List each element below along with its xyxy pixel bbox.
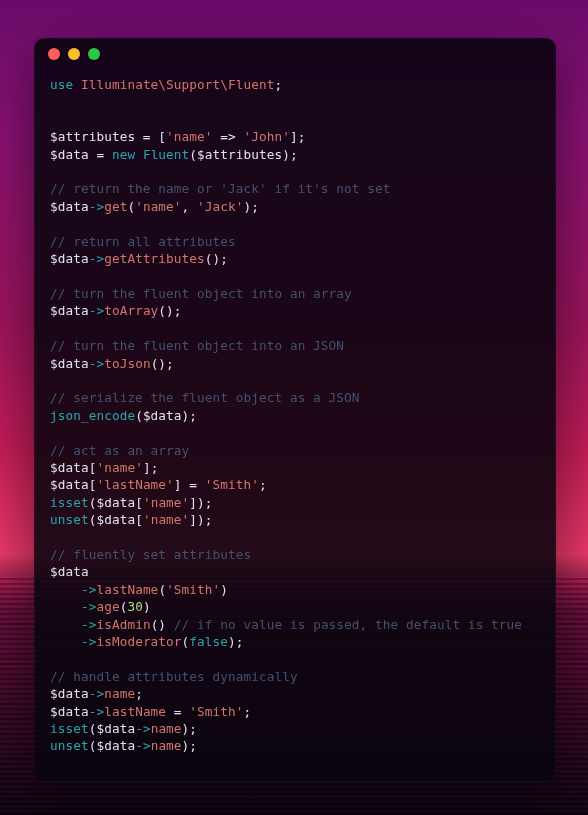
comment: // fluently set attributes: [50, 547, 251, 562]
code-window: use Illuminate\Support\Fluent; $attribut…: [34, 38, 556, 782]
namespace: Illuminate\Support\Fluent: [81, 77, 274, 92]
comment: // return the name or 'Jack' if it's not…: [50, 181, 391, 196]
minimize-icon[interactable]: [68, 48, 80, 60]
var-data: $data: [50, 147, 89, 162]
keyword-use: use: [50, 77, 73, 92]
var-attributes: $attributes: [50, 129, 135, 144]
window-titlebar: [34, 38, 556, 70]
comment: // serialize the fluent object as a JSON: [50, 390, 360, 405]
comment: // handle attributes dynamically: [50, 669, 298, 684]
code-block: use Illuminate\Support\Fluent; $attribut…: [34, 70, 556, 771]
close-icon[interactable]: [48, 48, 60, 60]
comment: // turn the fluent object into an array: [50, 286, 352, 301]
comment: // act as an array: [50, 443, 189, 458]
comment: // return all attributes: [50, 234, 236, 249]
comment: // turn the fluent object into an JSON: [50, 338, 344, 353]
maximize-icon[interactable]: [88, 48, 100, 60]
